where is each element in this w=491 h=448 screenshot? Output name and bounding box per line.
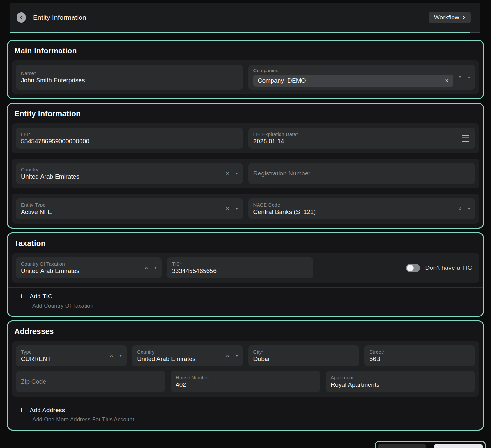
country-group: Country United Arab Emirates ✕ ▾ Registr… [12, 159, 479, 188]
house-number-field-text: House Number 402 [176, 375, 315, 388]
plus-icon: + [19, 293, 24, 300]
zip-code-field[interactable]: Zip Code [16, 371, 165, 392]
house-number-field-label: House Number [176, 375, 315, 380]
address-row-2: Zip Code House Number 402 Apartment Roya… [16, 371, 475, 392]
registration-number-field[interactable]: Registration Number [248, 163, 475, 184]
address-type-field[interactable]: Type CURRENT ✕ ▾ [16, 345, 127, 366]
company-chip[interactable]: Company_DEMO ✕ [253, 75, 454, 87]
chevron-right-icon [462, 15, 466, 20]
dont-have-tic-toggle[interactable] [406, 264, 420, 272]
chevron-down-icon[interactable]: ▾ [468, 207, 470, 211]
tic-field-label: TIC* [172, 261, 308, 267]
header-left: Entity Information [17, 12, 86, 23]
addresses-add-area: + Add Address Add One More Address For T… [12, 401, 479, 425]
chevron-down-icon[interactable]: ▾ [236, 354, 238, 358]
chevron-down-icon[interactable]: ▾ [120, 354, 121, 358]
nace-code-field[interactable]: NACE Code Central Banks (S_121) ✕ ▾ [248, 198, 475, 219]
apartment-field-text: Apartment Royal Apartments [331, 375, 470, 388]
section-title: Addresses [14, 327, 478, 336]
section-title: Main Information [14, 46, 478, 55]
add-tic-hint: Add Country Of Taxation [32, 303, 477, 309]
entity-type-field[interactable]: Entity Type Active NFE ✕ ▾ [16, 198, 243, 219]
address-type-field-label: Type [21, 349, 105, 355]
entity-type-group: Entity Type Active NFE ✕ ▾ NACE Code Cen… [12, 194, 479, 224]
lei-field[interactable]: LEI* 55454786959000000000 [16, 128, 243, 149]
main-information-group: Name* John Smith Enterprises Companies C… [12, 60, 479, 94]
country-field-text: Country United Arab Emirates [21, 167, 221, 180]
address-type-field-text: Type CURRENT [21, 349, 105, 363]
clear-icon[interactable]: ✕ [226, 171, 230, 176]
companies-field[interactable]: Companies Company_DEMO ✕ ✕ ▾ [248, 65, 475, 90]
add-tic-button[interactable]: + Add TIC [19, 293, 52, 300]
clear-icon[interactable]: ✕ [458, 207, 462, 211]
back-button[interactable] [17, 12, 26, 23]
lei-group: LEI* 55454786959000000000 LEI Expiration… [12, 123, 479, 153]
address-row-1: Type CURRENT ✕ ▾ Country United Arab Emi… [16, 345, 475, 366]
workflow-button[interactable]: Workflow [429, 12, 471, 23]
country-of-taxation-field-text: Country Of Taxation United Arab Emirates [21, 261, 140, 275]
country-of-taxation-field[interactable]: Country Of Taxation United Arab Emirates… [16, 257, 162, 278]
nace-code-field-icons: ✕ ▾ [458, 207, 470, 211]
add-tic-label: Add TIC [30, 293, 52, 300]
nace-code-field-label: NACE Code [253, 202, 454, 207]
name-field-label: Name* [21, 71, 238, 76]
lei-row: LEI* 55454786959000000000 LEI Expiration… [16, 128, 475, 149]
apartment-field-label: Apartment [331, 375, 470, 380]
clear-icon[interactable]: ✕ [226, 354, 230, 358]
section-main-information: Main Information Name* John Smith Enterp… [7, 40, 484, 99]
entity-type-field-label: Entity Type [21, 202, 221, 207]
city-field-text: City* Dubai [253, 349, 354, 363]
header-underline [10, 32, 480, 33]
house-number-field[interactable]: House Number 402 [171, 371, 320, 392]
name-field-text: Name* John Smith Enterprises [21, 71, 238, 84]
calendar-icon[interactable] [461, 133, 470, 143]
chevron-down-icon[interactable]: ▾ [236, 207, 238, 211]
add-address-label: Add Address [30, 407, 65, 414]
country-of-taxation-field-icons: ✕ ▾ [144, 266, 156, 270]
address-type-field-value: CURRENT [21, 356, 105, 363]
clear-icon[interactable]: ✕ [458, 75, 462, 79]
country-of-taxation-field-value: United Arab Emirates [21, 268, 140, 275]
tic-field[interactable]: TIC* 3334455465656 [167, 257, 313, 278]
address-type-field-icons: ✕ ▾ [109, 354, 121, 358]
entity-type-field-text: Entity Type Active NFE [21, 202, 221, 215]
add-address-button[interactable]: + Add Address [19, 406, 65, 414]
country-field-label: Country [21, 167, 221, 172]
street-field-label: Street* [370, 349, 470, 355]
entity-type-row: Entity Type Active NFE ✕ ▾ NACE Code Cen… [16, 198, 475, 219]
address-country-field-label: Country [137, 349, 221, 355]
chevron-down-icon[interactable]: ▾ [468, 75, 470, 79]
zip-code-placeholder: Zip Code [21, 378, 46, 385]
chevron-down-icon[interactable]: ▾ [236, 172, 238, 175]
name-field[interactable]: Name* John Smith Enterprises [16, 65, 243, 90]
dont-have-tic-toggle-wrap[interactable]: Don't have a TIC [406, 264, 475, 272]
lei-field-value: 55454786959000000000 [21, 138, 238, 145]
lei-field-text: LEI* 55454786959000000000 [21, 132, 238, 145]
clear-icon[interactable]: ✕ [144, 266, 148, 270]
address-country-field-value: United Arab Emirates [137, 356, 221, 363]
city-field[interactable]: City* Dubai [248, 345, 359, 366]
page-title: Entity Information [33, 14, 86, 21]
chip-remove-icon[interactable]: ✕ [445, 78, 449, 84]
country-field[interactable]: Country United Arab Emirates ✕ ▾ [16, 163, 243, 184]
lei-expiration-field-label: LEI Expiration Date* [253, 132, 457, 137]
clear-icon[interactable]: ✕ [109, 354, 113, 358]
street-field-text: Street* 56B [370, 349, 470, 363]
country-field-value: United Arab Emirates [21, 173, 221, 180]
add-address-hint: Add One More Address For This Account [32, 417, 477, 423]
street-field[interactable]: Street* 56B [364, 345, 475, 366]
address-country-field[interactable]: Country United Arab Emirates ✕ ▾ [132, 345, 243, 366]
workflow-button-label: Workflow [434, 14, 459, 21]
address-country-field-text: Country United Arab Emirates [137, 349, 221, 363]
lei-expiration-field[interactable]: LEI Expiration Date* 2025.01.14 [248, 128, 475, 149]
footer-back-button[interactable]: Back [378, 444, 426, 448]
clear-icon[interactable]: ✕ [226, 207, 230, 211]
apartment-field[interactable]: Apartment Royal Apartments [326, 371, 475, 392]
country-of-taxation-field-label: Country Of Taxation [21, 261, 140, 267]
create-button[interactable]: Create [434, 444, 483, 448]
chevron-down-icon[interactable]: ▾ [155, 266, 156, 270]
addresses-group: Type CURRENT ✕ ▾ Country United Arab Emi… [12, 341, 479, 397]
active-tab-indicator [10, 32, 470, 33]
registration-number-placeholder: Registration Number [253, 170, 311, 177]
house-number-field-value: 402 [176, 381, 315, 388]
